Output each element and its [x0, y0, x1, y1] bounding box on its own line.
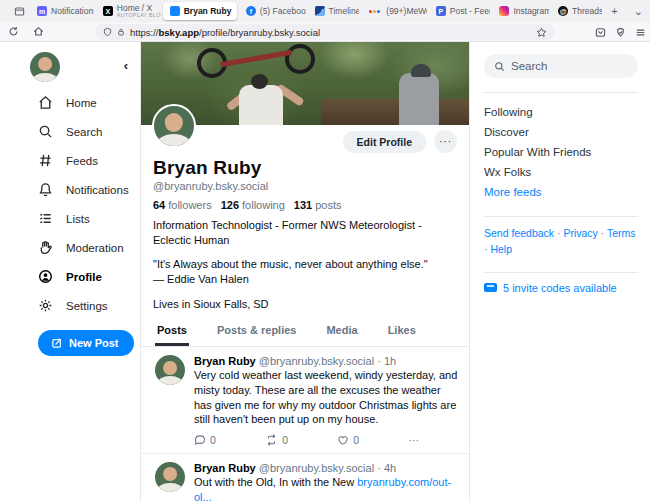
x-icon: X [103, 6, 113, 16]
sidebar-item-feeds[interactable]: Feeds [38, 146, 129, 175]
browser-window: m Notifications X Home / X AUTOPLAY BLOC… [0, 0, 650, 502]
list-tabs-button[interactable]: ⌄ [627, 5, 650, 18]
reload-button[interactable] [8, 26, 19, 37]
profile-avatar[interactable] [152, 104, 196, 148]
list-icon [38, 211, 53, 226]
divider [484, 92, 638, 93]
tab-notifications[interactable]: m Notifications [30, 2, 94, 20]
tab-media[interactable]: Media [324, 320, 359, 346]
instagram-icon [499, 6, 509, 16]
tab-bryan-ruby-active[interactable]: Bryan Ruby × [163, 2, 237, 20]
tab-threads[interactable]: @ Threads [551, 2, 602, 20]
profile-name: Bryan Ruby [153, 157, 469, 179]
tab-facebook[interactable]: f (5) Facebook [239, 2, 306, 20]
tab-label: Notifications [51, 6, 94, 16]
tab-label: (5) Facebook [260, 6, 306, 16]
pocket-icon[interactable] [595, 27, 606, 38]
search-icon [38, 124, 53, 139]
sidebar-item-home[interactable]: Home [38, 88, 129, 117]
bookmark-star-icon[interactable] [536, 27, 547, 38]
post-timestamp: 4h [384, 462, 396, 474]
tab-home-x[interactable]: X Home / X AUTOPLAY BLOC [96, 2, 161, 20]
profile-stats: 64followers 126following 131posts [153, 199, 469, 211]
feed-link-discover[interactable]: Discover [484, 122, 638, 142]
post-more-button[interactable]: ··· [408, 434, 419, 446]
feed-link-following[interactable]: Following [484, 102, 638, 122]
post-feed-icon: P [436, 6, 446, 16]
account-icon[interactable] [615, 27, 626, 38]
help-link[interactable]: Help [490, 243, 512, 255]
home-button[interactable] [33, 26, 44, 37]
gear-icon [38, 298, 53, 313]
tab-posts-replies[interactable]: Posts & replies [215, 320, 298, 346]
edit-profile-button[interactable]: Edit Profile [343, 131, 426, 153]
nav-avatar[interactable] [30, 52, 60, 82]
banner-bike-frame [220, 50, 292, 67]
pinned-tab[interactable] [10, 2, 28, 20]
tab-instagram[interactable]: Instagram [492, 2, 549, 20]
tab-timeline[interactable]: Timeline [308, 2, 360, 20]
tab-label: Timeline [329, 6, 360, 16]
search-icon [494, 61, 505, 72]
terms-link[interactable]: Terms [607, 227, 636, 239]
mewe-icon [368, 6, 382, 16]
profile-tabs: Posts Posts & replies Media Likes [141, 320, 469, 347]
repost-icon [265, 434, 278, 446]
banner-second-cyclist [399, 73, 439, 125]
lock-icon [117, 27, 125, 37]
profile-quote: "It's Always about the music, never abou… [153, 257, 457, 272]
new-tab-button[interactable]: + [604, 5, 624, 17]
sidebar-item-lists[interactable]: Lists [38, 204, 129, 233]
post-timestamp: 1h [384, 355, 396, 367]
reply-icon [194, 434, 206, 446]
privacy-link[interactable]: Privacy [563, 227, 597, 239]
followers-stat[interactable]: 64followers [153, 199, 212, 211]
post-header: Bryan Ruby @bryanruby.bsky.social · 1h [194, 355, 459, 367]
sidebar-item-notifications[interactable]: Notifications [38, 175, 129, 204]
tab-label: Instagram [513, 6, 549, 16]
search-input[interactable]: Search [484, 54, 638, 78]
feed-link-wx-folks[interactable]: Wx Folks [484, 162, 638, 182]
sidebar-item-search[interactable]: Search [38, 117, 129, 146]
post-item[interactable]: Bryan Ruby @bryanruby.bsky.social · 1h V… [141, 347, 469, 454]
bell-icon [38, 182, 53, 197]
menu-icon[interactable] [635, 27, 646, 38]
tab-likes[interactable]: Likes [386, 320, 418, 346]
shield-permissions-icon [103, 27, 112, 37]
tab-label: Bryan Ruby [184, 6, 232, 16]
post-avatar[interactable] [155, 462, 185, 492]
sidebar-item-profile[interactable]: Profile [38, 262, 129, 291]
banner-cyclist-head [251, 74, 268, 89]
post-text: Very cold weather last weekend, windy ye… [194, 368, 459, 427]
tab-strip: m Notifications X Home / X AUTOPLAY BLOC… [0, 0, 650, 22]
banner-second-cyclist-helmet [411, 64, 431, 77]
navigation-toolbar: https://bsky.app/profile/bryanruby.bsky.… [0, 22, 650, 42]
post-avatar[interactable] [155, 355, 185, 385]
banner-bridge-rail [321, 99, 469, 125]
banner-bike-wheel [285, 44, 315, 74]
feed-link-popular-with-friends[interactable]: Popular With Friends [484, 142, 638, 162]
more-feeds-link[interactable]: More feeds [484, 182, 638, 202]
profile-more-button[interactable]: ··· [434, 130, 457, 153]
page-content: ‹ Home Search Feeds Notifications [0, 42, 650, 502]
left-navigation: ‹ Home Search Feeds Notifications [0, 42, 140, 502]
tab-mewe[interactable]: (99+)MeWe [361, 2, 426, 20]
tab-post-feed[interactable]: P Post - Feed [429, 2, 491, 20]
hash-icon [38, 153, 53, 168]
sidebar-item-moderation[interactable]: Moderation [38, 233, 129, 262]
ticket-icon [484, 283, 497, 292]
new-post-button[interactable]: New Post [38, 330, 134, 356]
collapse-sidebar-button[interactable]: ‹ [124, 58, 128, 73]
mastodon-icon: m [37, 6, 47, 16]
post-item[interactable]: Bryan Ruby @bryanruby.bsky.social · 4h O… [141, 454, 469, 502]
sidebar-item-settings[interactable]: Settings [38, 291, 129, 320]
send-feedback-link[interactable]: Send feedback [484, 227, 554, 239]
like-button[interactable]: 0 [337, 434, 359, 446]
url-bar[interactable]: https://bsky.app/profile/bryanruby.bsky.… [95, 24, 555, 40]
tab-posts[interactable]: Posts [155, 320, 189, 346]
following-stat[interactable]: 126following [221, 199, 285, 211]
invite-codes-link[interactable]: 5 invite codes available [484, 282, 638, 294]
repost-button[interactable]: 0 [265, 434, 288, 446]
divider [484, 216, 638, 217]
reply-button[interactable]: 0 [194, 434, 216, 446]
